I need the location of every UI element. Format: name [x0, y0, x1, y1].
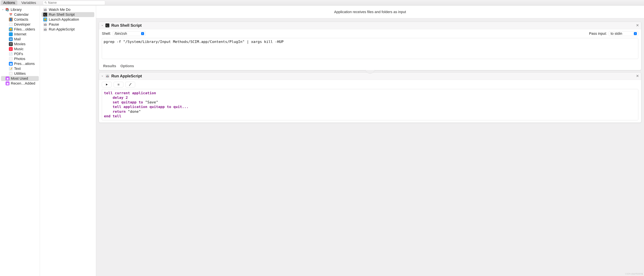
sidebar-item-label: Files…olders [14, 27, 35, 32]
run-button[interactable] [102, 82, 112, 87]
search-icon [44, 1, 47, 5]
folder-icon: ▣ [6, 77, 10, 81]
category-icon: 📄 [9, 52, 13, 56]
action-label: Launch Application [49, 17, 79, 22]
main: 📚 Library 📅Calendar👤Contacts✖Developer😀F… [0, 6, 644, 276]
action-list-item[interactable]: 🤖Pause [42, 22, 94, 27]
step-connector [99, 70, 642, 73]
sidebar-item-label: Calendar [14, 13, 29, 17]
updown-icon [141, 32, 144, 35]
svg-line-1 [46, 3, 47, 4]
compile-button[interactable] [126, 82, 135, 87]
sidebar-item[interactable]: ✖Utilities [1, 71, 39, 76]
sidebar-item-label: Music [14, 47, 24, 51]
action-label: Watch Me Do [49, 8, 70, 12]
search-input[interactable] [48, 1, 104, 5]
step-header[interactable]: ›_ Run Shell Script ✕ [99, 22, 641, 29]
workflow-body: ›_ Run Shell Script ✕ Shell: /bin/zsh [96, 18, 644, 276]
sidebar-item[interactable]: 😀Files…olders [1, 27, 39, 32]
library-root[interactable]: 📚 Library [1, 7, 39, 12]
sidebar-item-label: Internet [14, 32, 26, 36]
library-label: Library [11, 8, 22, 12]
automator-icon: 🤖 [106, 74, 109, 78]
svg-rect-2 [118, 84, 120, 86]
close-icon[interactable]: ✕ [636, 74, 639, 78]
action-list-item[interactable]: 🤖Run AppleScript [42, 27, 94, 32]
action-label: Pause [49, 22, 59, 27]
category-icon: 📝 [9, 67, 13, 71]
step-title: Run AppleScript [111, 74, 142, 78]
terminal-icon: ›_ [106, 24, 109, 27]
tab-actions[interactable]: Actions [1, 0, 17, 5]
sidebar-item-label: Pres…ations [14, 62, 35, 66]
pass-input-select[interactable]: to stdin [609, 31, 638, 36]
library-books-icon: 📚 [5, 8, 9, 12]
category-icon: 📅 [9, 13, 13, 17]
sidebar-item-label: Recen…Added [11, 81, 35, 86]
search-field[interactable] [43, 1, 105, 5]
workflow-input-header: Application receives files and folders a… [96, 6, 644, 18]
step-run-applescript: 🤖 Run AppleScript ✕ [99, 72, 642, 123]
terminal-icon: ›_ [43, 13, 47, 17]
chevron-down-icon[interactable] [101, 75, 104, 77]
step-footer: Results Options [99, 62, 641, 70]
category-icon: ♪ [9, 47, 13, 51]
category-icon: 🌐 [9, 32, 13, 36]
watermark: CSDN @故苹的怀嗨 [625, 272, 643, 275]
category-icon: ✖ [9, 23, 13, 26]
close-icon[interactable]: ✕ [636, 23, 639, 28]
actions-list: 🤖Watch Me Do›_Run Shell Script😀Launch Ap… [40, 6, 96, 276]
sidebar-item[interactable]: ♪Music [1, 47, 39, 52]
sidebar-item-label: PDFs [14, 52, 23, 56]
sidebar-item[interactable]: 🖼Photos [1, 56, 39, 61]
category-icon: ✉ [9, 37, 13, 41]
sidebar-item[interactable]: 🌐Internet [1, 32, 39, 37]
sidebar-item[interactable]: ✉Mail [1, 37, 39, 42]
updown-icon [634, 32, 637, 35]
svg-point-0 [45, 2, 46, 3]
sidebar-item[interactable]: ▦Pres…ations [1, 61, 39, 66]
stop-button[interactable] [114, 82, 124, 87]
step-title: Run Shell Script [111, 23, 142, 28]
action-list-item[interactable]: 😀Launch Application [42, 17, 94, 22]
shell-code-textarea[interactable] [102, 38, 638, 59]
category-icon: 😀 [9, 27, 13, 31]
automator-icon: 🤖 [43, 23, 47, 26]
shell-select[interactable]: /bin/zsh [113, 31, 146, 36]
action-label: Run AppleScript [49, 27, 75, 32]
sidebar-item[interactable]: 📅Calendar [1, 12, 39, 17]
sidebar-item-label: Most Used [11, 76, 28, 81]
sidebar-item[interactable]: 🎬Movies [1, 42, 39, 47]
workspace: Application receives files and folders a… [96, 6, 644, 276]
sidebar-item-label: Contacts [14, 17, 28, 22]
sidebar-item-label: Mail [14, 37, 21, 41]
applescript-toolbar [102, 82, 638, 87]
sidebar-item[interactable]: 📄PDFs [1, 52, 39, 56]
sidebar-item[interactable]: 📝Text [1, 66, 39, 71]
tab-variables[interactable]: Variables [19, 0, 38, 5]
sidebar-item[interactable]: ✖Developer [1, 22, 39, 27]
applescript-code[interactable]: tell current application delay 2 set qui… [102, 89, 638, 120]
sidebar-item-label: Movies [14, 42, 26, 46]
category-icon: ▦ [9, 62, 13, 66]
sidebar-item-label: Developer [14, 22, 30, 27]
sidebar-item[interactable]: 👤Contacts [1, 17, 39, 22]
toolbar: Actions Variables [0, 0, 644, 6]
chevron-down-icon[interactable] [101, 24, 104, 27]
finder-icon: 😀 [43, 18, 47, 22]
pass-input-label: Pass input: [589, 32, 607, 36]
action-list-item[interactable]: ›_Run Shell Script [42, 12, 94, 17]
results-tab[interactable]: Results [103, 64, 116, 68]
sidebar-item-label: Photos [14, 57, 25, 61]
action-list-item[interactable]: 🤖Watch Me Do [42, 7, 94, 12]
sidebar-most-used[interactable]: ▣ Most Used [1, 76, 39, 81]
sidebar-recently-added[interactable]: ▣ Recen…Added [1, 81, 39, 86]
category-icon: ✖ [9, 72, 13, 76]
pass-input-value: to stdin [610, 32, 632, 36]
chevron-down-icon[interactable] [2, 9, 4, 11]
category-icon: 🖼 [9, 57, 13, 61]
sidebar-item-label: Text [14, 67, 21, 71]
options-tab[interactable]: Options [120, 64, 134, 68]
library-sidebar: 📚 Library 📅Calendar👤Contacts✖Developer😀F… [0, 6, 40, 276]
category-icon: 👤 [9, 18, 13, 22]
